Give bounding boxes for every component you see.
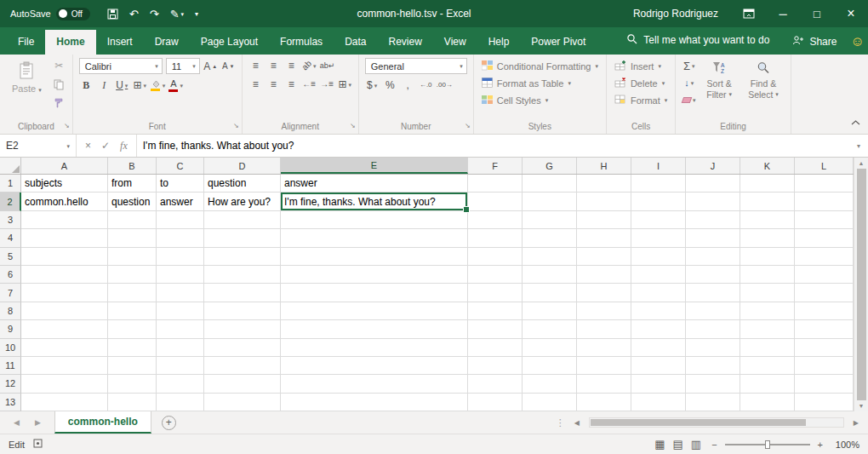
cell-B4[interactable] — [108, 229, 157, 247]
cell-L5[interactable] — [795, 248, 854, 266]
sheet-tab-common-hello[interactable]: common-hello — [54, 411, 151, 434]
cell-G11[interactable] — [523, 357, 577, 375]
increase-indent-button[interactable]: →≡ — [320, 77, 334, 92]
zoom-slider-thumb[interactable] — [765, 440, 770, 449]
number-dialog-launcher-icon[interactable]: ↘ — [465, 123, 471, 129]
cell-K5[interactable] — [740, 248, 795, 266]
cell-J9[interactable] — [686, 320, 740, 338]
font-name-select[interactable]: Calibri▾ — [79, 58, 163, 74]
cell-I3[interactable] — [631, 211, 686, 229]
cell-F7[interactable] — [468, 284, 523, 302]
cell-H8[interactable] — [577, 302, 631, 320]
cell-L1[interactable] — [795, 175, 854, 193]
horizontal-scrollbar[interactable] — [589, 417, 844, 428]
previous-sheet-icon[interactable]: ◀ — [14, 418, 20, 427]
borders-button[interactable]: ⊞▾ — [133, 78, 147, 93]
cell-J5[interactable] — [686, 248, 740, 266]
cell-I13[interactable] — [631, 394, 686, 411]
font-size-select[interactable]: 11▾ — [166, 58, 200, 74]
percent-style-button[interactable]: % — [383, 78, 397, 93]
cell-I5[interactable] — [631, 248, 686, 266]
cell-H3[interactable] — [577, 211, 631, 229]
cell-J11[interactable] — [686, 357, 740, 375]
cell-J4[interactable] — [686, 229, 740, 247]
cell-A10[interactable] — [21, 339, 108, 357]
row-header-10[interactable]: 10 — [0, 339, 21, 357]
maximize-button[interactable]: □ — [800, 6, 834, 21]
cell-L3[interactable] — [795, 211, 854, 229]
cell-E12[interactable] — [281, 375, 468, 393]
align-left-button[interactable]: ≡ — [248, 77, 263, 92]
row-header-12[interactable]: 12 — [0, 375, 21, 393]
decrease-indent-button[interactable]: ←≡ — [302, 77, 317, 92]
cell-B2[interactable]: question — [108, 193, 157, 210]
cell-H2[interactable] — [577, 193, 631, 210]
name-box[interactable]: E2 ▾ — [0, 135, 77, 157]
cell-G8[interactable] — [523, 302, 577, 320]
comma-style-button[interactable]: , — [401, 78, 415, 93]
row-header-13[interactable]: 13 — [0, 394, 21, 411]
tab-splitter-handle[interactable]: ⋮ — [556, 417, 565, 428]
paste-button[interactable]: Paste ▾ — [6, 58, 48, 97]
tab-draw[interactable]: Draw — [144, 30, 190, 55]
cell-D7[interactable] — [204, 284, 281, 302]
cell-B6[interactable] — [108, 266, 157, 284]
cell-B12[interactable] — [108, 375, 157, 393]
cell-K1[interactable] — [740, 175, 795, 193]
tab-power-pivot[interactable]: Power Pivot — [520, 30, 597, 55]
cell-C9[interactable] — [157, 320, 204, 338]
cell-B5[interactable] — [108, 248, 157, 266]
cell-I7[interactable] — [631, 284, 686, 302]
cell-K3[interactable] — [740, 211, 795, 229]
cell-F4[interactable] — [468, 229, 523, 247]
cell-K2[interactable] — [740, 193, 795, 210]
column-header-E[interactable]: E — [281, 158, 468, 174]
hscroll-left-icon[interactable]: ◀ — [572, 419, 582, 427]
cell-I12[interactable] — [631, 375, 686, 393]
cell-K11[interactable] — [740, 357, 795, 375]
cell-L6[interactable] — [795, 266, 854, 284]
column-header-D[interactable]: D — [204, 158, 281, 174]
cell-J3[interactable] — [686, 211, 740, 229]
cell-A4[interactable] — [21, 229, 108, 247]
insert-function-icon[interactable]: fx — [120, 140, 128, 152]
fill-button[interactable]: ↓▾ — [682, 75, 696, 90]
customize-qat-icon[interactable]: ▾ — [195, 10, 198, 18]
cell-F12[interactable] — [468, 375, 523, 393]
align-top-button[interactable]: ≡ — [248, 58, 263, 73]
cut-button[interactable]: ✂ — [52, 58, 66, 73]
cell-E1[interactable]: answer — [281, 175, 468, 193]
cell-L2[interactable] — [795, 193, 854, 210]
cell-E5[interactable] — [281, 248, 468, 266]
cell-B3[interactable] — [108, 211, 157, 229]
cell-D12[interactable] — [204, 375, 281, 393]
cell-I8[interactable] — [631, 302, 686, 320]
cell-H12[interactable] — [577, 375, 631, 393]
tab-help[interactable]: Help — [477, 30, 521, 55]
cell-J13[interactable] — [686, 394, 740, 411]
select-all-corner[interactable] — [0, 158, 21, 174]
cell-C3[interactable] — [157, 211, 204, 229]
cell-G7[interactable] — [523, 284, 577, 302]
zoom-in-icon[interactable]: + — [818, 440, 823, 450]
cell-H11[interactable] — [577, 357, 631, 375]
merge-center-button[interactable]: ⊞▾ — [338, 77, 352, 92]
row-header-11[interactable]: 11 — [0, 357, 21, 375]
cell-G6[interactable] — [523, 266, 577, 284]
cell-F8[interactable] — [468, 302, 523, 320]
cell-C1[interactable]: to — [157, 175, 204, 193]
page-break-view-icon[interactable]: ▥ — [691, 438, 701, 451]
cell-B11[interactable] — [108, 357, 157, 375]
number-format-select[interactable]: General▾ — [365, 58, 467, 74]
align-center-button[interactable]: ≡ — [266, 77, 281, 92]
cell-A3[interactable] — [21, 211, 108, 229]
column-header-I[interactable]: I — [631, 158, 686, 174]
cell-E3[interactable] — [281, 211, 468, 229]
cell-F9[interactable] — [468, 320, 523, 338]
tell-me-box[interactable]: Tell me what you want to do — [615, 27, 780, 55]
cell-I9[interactable] — [631, 320, 686, 338]
cancel-entry-icon[interactable]: × — [85, 140, 91, 152]
cell-H10[interactable] — [577, 339, 631, 357]
cell-D8[interactable] — [204, 302, 281, 320]
orientation-button[interactable]: ab▾ — [302, 58, 317, 73]
